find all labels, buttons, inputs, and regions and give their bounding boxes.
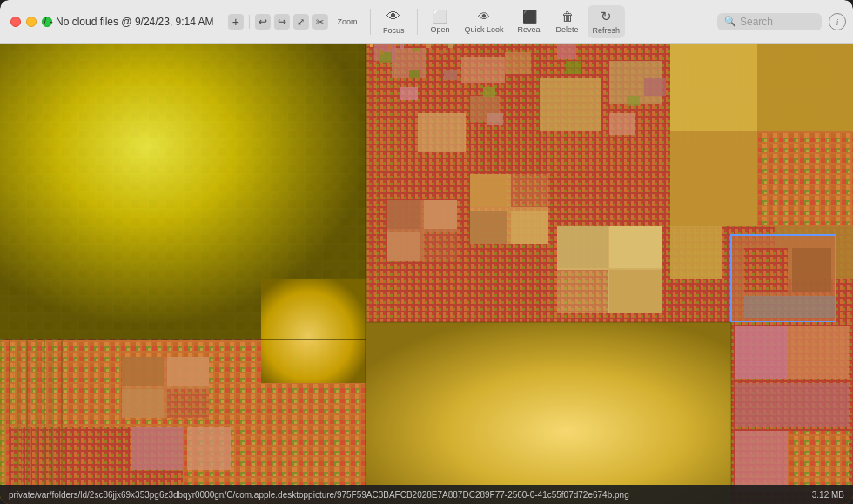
refresh-icon: ↻ bbox=[601, 9, 612, 24]
svg-rect-117 bbox=[440, 50, 443, 54]
search-box[interactable]: 🔍 bbox=[717, 13, 822, 30]
svg-rect-96 bbox=[17, 339, 19, 504]
svg-rect-52 bbox=[400, 87, 418, 100]
lasso-button[interactable]: ✂ bbox=[312, 14, 328, 30]
svg-rect-71 bbox=[470, 211, 507, 244]
svg-rect-23 bbox=[670, 44, 757, 131]
svg-rect-99 bbox=[30, 353, 31, 504]
svg-rect-107 bbox=[366, 44, 367, 322]
delete-button[interactable]: 🗑 Delete bbox=[551, 6, 584, 37]
svg-rect-112 bbox=[379, 50, 384, 55]
toolbar: + ↩ ↪ ⤢ ✂ Zoom 👁 Focus ⬜ Open 👁 Quick Lo… bbox=[228, 0, 625, 44]
open-button[interactable]: ⬜ Open bbox=[424, 6, 455, 37]
svg-rect-45 bbox=[461, 57, 505, 83]
svg-rect-95 bbox=[13, 348, 14, 504]
svg-rect-67 bbox=[424, 232, 457, 261]
svg-rect-82 bbox=[122, 389, 164, 418]
zoom-add-button[interactable]: + bbox=[228, 14, 244, 30]
focus-icon: 👁 bbox=[386, 9, 400, 24]
window-title: / - No cloud files @ 9/24/23, 9:14 AM bbox=[44, 16, 214, 28]
search-icon: 🔍 bbox=[724, 16, 736, 27]
file-path: private/var/folders/ld/2sc86jjx69x353pg6… bbox=[9, 490, 629, 500]
close-button[interactable] bbox=[10, 17, 21, 27]
refresh-button[interactable]: ↻ Refresh bbox=[588, 5, 626, 38]
svg-rect-98 bbox=[26, 339, 28, 504]
svg-rect-93 bbox=[4, 348, 5, 504]
svg-rect-111 bbox=[370, 44, 373, 47]
zoom-button[interactable]: Zoom bbox=[332, 14, 363, 30]
svg-rect-27 bbox=[670, 226, 722, 279]
quicklook-icon: 👁 bbox=[478, 10, 490, 24]
svg-rect-118 bbox=[448, 44, 453, 48]
svg-rect-55 bbox=[557, 44, 576, 59]
svg-rect-49 bbox=[418, 113, 466, 152]
open-icon: ⬜ bbox=[433, 10, 447, 24]
svg-rect-83 bbox=[167, 389, 209, 418]
svg-rect-104 bbox=[52, 339, 54, 504]
svg-rect-113 bbox=[387, 45, 392, 49]
statusbar: private/var/folders/ld/2sc86jjx69x353pg6… bbox=[0, 485, 853, 504]
reveal-button[interactable]: ⬛ Reveal bbox=[513, 6, 547, 37]
redo-button[interactable]: ↪ bbox=[274, 14, 290, 30]
svg-rect-69 bbox=[470, 174, 507, 207]
svg-rect-56 bbox=[609, 113, 635, 135]
svg-rect-37 bbox=[366, 322, 731, 504]
svg-rect-102 bbox=[44, 339, 45, 504]
svg-rect-76 bbox=[557, 270, 608, 313]
svg-rect-36 bbox=[261, 279, 366, 383]
svg-rect-110 bbox=[376, 48, 377, 322]
svg-rect-54 bbox=[487, 113, 503, 125]
svg-rect-34 bbox=[744, 296, 836, 318]
svg-rect-72 bbox=[511, 211, 548, 244]
svg-rect-116 bbox=[426, 44, 431, 48]
svg-rect-87 bbox=[187, 427, 231, 470]
titlebar: / - No cloud files @ 9/24/23, 9:14 AM + … bbox=[0, 0, 853, 44]
reveal-icon: ⬛ bbox=[522, 10, 537, 24]
info-button[interactable]: i bbox=[829, 13, 846, 30]
svg-rect-77 bbox=[609, 270, 662, 313]
svg-rect-108 bbox=[369, 48, 370, 322]
svg-rect-59 bbox=[409, 70, 420, 78]
svg-rect-40 bbox=[788, 326, 849, 379]
svg-rect-105 bbox=[57, 348, 57, 504]
svg-rect-66 bbox=[387, 232, 420, 261]
fractal-image bbox=[0, 44, 853, 504]
svg-rect-57 bbox=[644, 78, 666, 96]
svg-rect-75 bbox=[609, 226, 662, 268]
search-input[interactable] bbox=[740, 16, 818, 28]
file-size: 3.12 MB bbox=[812, 490, 844, 500]
svg-rect-74 bbox=[557, 226, 608, 268]
svg-rect-64 bbox=[387, 200, 420, 229]
select-button[interactable]: ⤢ bbox=[293, 14, 309, 30]
svg-rect-92 bbox=[0, 339, 2, 504]
svg-rect-115 bbox=[413, 48, 419, 51]
svg-rect-33 bbox=[792, 248, 831, 292]
svg-rect-81 bbox=[167, 357, 209, 386]
svg-rect-43 bbox=[788, 431, 849, 492]
undo-button[interactable]: ↩ bbox=[255, 14, 271, 30]
svg-rect-62 bbox=[627, 96, 640, 106]
svg-rect-41 bbox=[735, 383, 849, 427]
focus-button[interactable]: 👁 Focus bbox=[378, 5, 410, 38]
toolbar-right: 🔍 i bbox=[717, 13, 846, 30]
svg-rect-61 bbox=[566, 61, 581, 74]
svg-rect-65 bbox=[424, 200, 457, 229]
svg-rect-42 bbox=[735, 431, 788, 492]
quicklook-button[interactable]: 👁 Quick Look bbox=[459, 6, 508, 37]
svg-rect-94 bbox=[9, 339, 10, 504]
svg-rect-50 bbox=[505, 52, 531, 74]
svg-rect-46 bbox=[540, 78, 601, 131]
minimize-button[interactable] bbox=[26, 17, 37, 27]
svg-rect-53 bbox=[444, 70, 457, 80]
svg-rect-70 bbox=[511, 174, 548, 207]
svg-rect-32 bbox=[744, 248, 788, 292]
svg-rect-26 bbox=[757, 131, 853, 226]
svg-rect-39 bbox=[735, 326, 788, 379]
delete-icon: 🗑 bbox=[561, 10, 574, 24]
svg-rect-101 bbox=[39, 348, 40, 504]
svg-rect-106 bbox=[61, 339, 63, 504]
main-content: private/var/folders/ld/2sc86jjx69x353pg6… bbox=[0, 44, 853, 504]
svg-rect-86 bbox=[131, 427, 183, 470]
svg-rect-97 bbox=[22, 348, 23, 504]
svg-rect-103 bbox=[48, 353, 49, 504]
